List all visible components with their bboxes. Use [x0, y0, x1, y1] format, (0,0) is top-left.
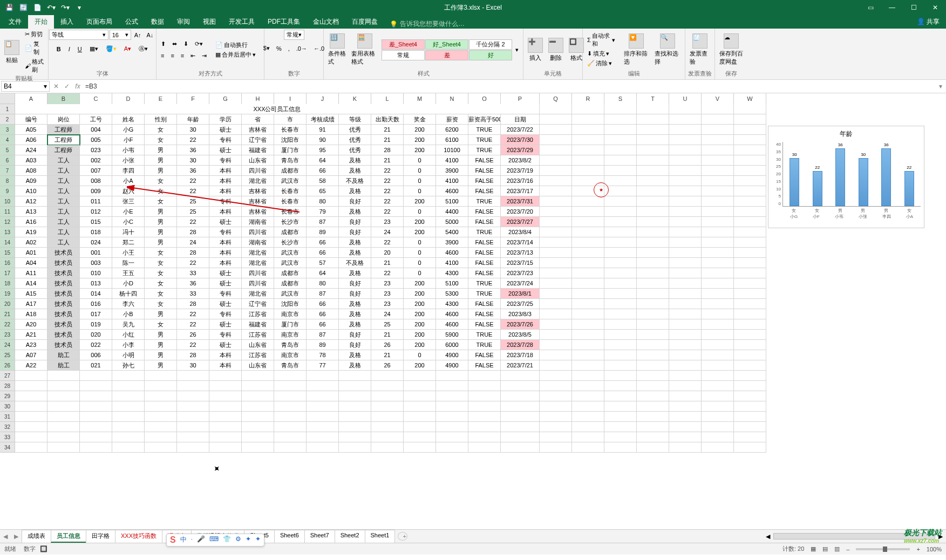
sheet-nav-next[interactable]: ▶ — [11, 533, 22, 540]
cell[interactable] — [669, 442, 702, 453]
cell[interactable]: 24 — [177, 237, 209, 248]
clear-button[interactable]: 🧹 清除 ▾ — [585, 59, 617, 68]
ime-item[interactable]: ✦ — [246, 535, 251, 545]
cell[interactable] — [669, 104, 702, 114]
cell[interactable] — [145, 422, 177, 432]
cell[interactable]: 学历 — [209, 114, 242, 125]
cell[interactable] — [15, 412, 47, 422]
cell[interactable] — [734, 125, 766, 135]
cell[interactable] — [669, 289, 702, 299]
format-as-table-button[interactable]: 🧮套用表格格式 — [349, 32, 380, 67]
cell[interactable]: 79 — [307, 207, 339, 217]
cell[interactable]: 南京市 — [274, 350, 307, 360]
cell[interactable] — [572, 237, 604, 248]
cell[interactable]: 及格 — [339, 299, 371, 309]
cell[interactable]: 四川省 — [242, 278, 274, 289]
cell[interactable]: 64 — [307, 155, 339, 166]
row-header[interactable]: 12 — [0, 217, 15, 227]
cell[interactable] — [734, 442, 766, 453]
cell[interactable] — [702, 166, 734, 176]
cell[interactable]: 200 — [404, 340, 436, 350]
cell[interactable]: 0 — [404, 237, 436, 248]
cell[interactable] — [501, 381, 540, 391]
cell[interactable]: 57 — [307, 258, 339, 268]
cell[interactable] — [339, 381, 371, 391]
cell[interactable]: 5000 — [436, 217, 468, 227]
cell[interactable]: 编号 — [15, 114, 47, 125]
cell[interactable] — [540, 104, 572, 114]
cell[interactable] — [734, 207, 766, 217]
cell[interactable] — [637, 207, 669, 217]
cell[interactable] — [572, 371, 604, 381]
cell[interactable]: 22 — [177, 319, 209, 330]
cell[interactable]: 89 — [307, 340, 339, 350]
cell[interactable]: 良好 — [339, 217, 371, 227]
cell[interactable]: 001 — [80, 248, 112, 258]
cell[interactable] — [468, 432, 501, 442]
cell[interactable]: 23 — [371, 217, 404, 227]
cell[interactable] — [540, 350, 572, 360]
cell[interactable] — [112, 391, 145, 401]
cell[interactable] — [669, 412, 702, 422]
cell[interactable]: 200 — [404, 135, 436, 145]
paste-button[interactable]: 📋粘贴 — [2, 39, 22, 65]
cell[interactable]: 及格 — [339, 248, 371, 258]
cell[interactable] — [604, 360, 637, 371]
cell[interactable] — [604, 176, 637, 186]
cell[interactable]: 男 — [145, 227, 177, 237]
cell[interactable] — [637, 278, 669, 289]
cell[interactable]: 200 — [404, 299, 436, 309]
cell[interactable] — [734, 278, 766, 289]
cell[interactable] — [80, 442, 112, 453]
cell[interactable] — [637, 330, 669, 340]
cell[interactable] — [572, 248, 604, 258]
cell[interactable]: 薪资 — [436, 114, 468, 125]
cell[interactable]: 辽宁省 — [242, 299, 274, 309]
row-header[interactable]: 3 — [0, 125, 15, 135]
cell[interactable]: 考核成绩 — [307, 114, 339, 125]
cell[interactable]: 硕士 — [209, 268, 242, 278]
fill-button[interactable]: ⬇ 填充 ▾ — [585, 49, 617, 58]
cell[interactable]: 4600 — [436, 309, 468, 319]
cell[interactable]: 武汉市 — [274, 176, 307, 186]
cell[interactable] — [702, 104, 734, 114]
cell[interactable]: 男 — [145, 166, 177, 176]
cell[interactable] — [468, 371, 501, 381]
cell[interactable]: 66 — [307, 166, 339, 176]
cell[interactable] — [80, 391, 112, 401]
autosum-button[interactable]: Σ 自动求和 ▾ — [585, 31, 617, 49]
tab-formulas[interactable]: 公式 — [119, 15, 145, 29]
cell[interactable] — [572, 278, 604, 289]
cell[interactable] — [468, 422, 501, 432]
cell[interactable] — [501, 412, 540, 422]
cell[interactable]: 2023/7/31 — [501, 196, 540, 207]
cell[interactable]: 孙七 — [112, 360, 145, 371]
cell[interactable] — [436, 391, 468, 401]
row-header[interactable]: 32 — [0, 422, 15, 432]
conditional-format-button[interactable]: 🔢条件格式 — [326, 32, 348, 67]
cell[interactable] — [15, 391, 47, 401]
cell[interactable]: 硕士 — [209, 319, 242, 330]
cell[interactable] — [702, 186, 734, 196]
cell[interactable] — [702, 371, 734, 381]
cell[interactable] — [572, 135, 604, 145]
cell[interactable]: 出勤天数 — [371, 114, 404, 125]
cell[interactable]: 0 — [404, 186, 436, 196]
cell[interactable] — [604, 371, 637, 381]
cell[interactable] — [339, 442, 371, 453]
cell[interactable]: 小B — [112, 309, 145, 319]
column-header[interactable]: G — [209, 93, 242, 104]
align-top-icon[interactable]: ⬆ — [159, 40, 168, 48]
cell[interactable] — [436, 371, 468, 381]
cell[interactable]: 90 — [307, 135, 339, 145]
column-header[interactable]: S — [604, 93, 637, 104]
cell[interactable]: 本科 — [209, 237, 242, 248]
cell[interactable] — [604, 114, 637, 125]
cell[interactable]: 21 — [371, 330, 404, 340]
cell[interactable]: 2023/7/26 — [501, 319, 540, 330]
cell[interactable]: 2023/7/18 — [501, 350, 540, 360]
cell[interactable] — [15, 401, 47, 412]
cell[interactable]: 2023/7/22 — [501, 125, 540, 135]
cell[interactable]: 男 — [145, 309, 177, 319]
cell[interactable]: 4100 — [436, 155, 468, 166]
